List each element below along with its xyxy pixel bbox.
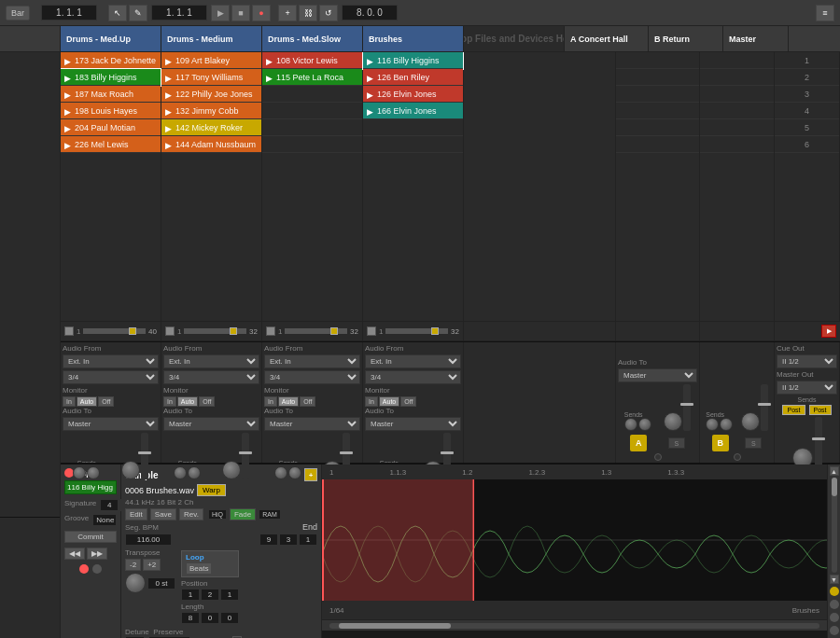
clip-slot[interactable]	[616, 69, 699, 86]
waveform-canvas[interactable]	[322, 479, 827, 601]
monitor-off-4[interactable]: Off	[400, 396, 416, 407]
vol-thumb-1[interactable]	[129, 327, 136, 335]
return-b-badge[interactable]: B	[712, 435, 729, 451]
master-fader[interactable]	[815, 417, 822, 468]
monitor-auto-1[interactable]: Auto	[77, 396, 97, 407]
clip-slot[interactable]: ▶ 115 Pete La Roca	[262, 69, 362, 86]
gray-dot-2[interactable]	[830, 613, 839, 622]
clip-slot[interactable]	[700, 86, 774, 103]
return-b-volume-knob[interactable]	[741, 412, 760, 431]
mode-button[interactable]: Bar	[6, 6, 30, 21]
scene-slot[interactable]: 5	[775, 119, 839, 136]
track-header-drums-slow[interactable]: Drums - Med.Slow	[262, 26, 363, 51]
clip-slot[interactable]: ▶ 126 Elvin Jones	[363, 86, 463, 103]
clip-slot[interactable]	[616, 119, 699, 136]
ch3-fader-thumb[interactable]	[340, 451, 353, 454]
len-val-2[interactable]: 0	[201, 612, 219, 624]
clip-slot[interactable]: ▶ 126 Ben Riley	[363, 69, 463, 86]
warp-button[interactable]: Warp	[197, 484, 226, 496]
return-a-s-btn[interactable]: S	[668, 437, 685, 449]
track-header-drums-up[interactable]: Drums - Med.Up	[61, 26, 161, 51]
len-val-1[interactable]: 8	[181, 612, 200, 624]
return-a-fader-thumb[interactable]	[680, 403, 693, 406]
fade-button[interactable]: Fade	[230, 508, 256, 520]
master-fader-thumb[interactable]	[812, 437, 825, 440]
monitor-in-1[interactable]: In	[63, 396, 76, 407]
scene-slot[interactable]: 2	[775, 69, 839, 86]
scene-slot[interactable]: 3	[775, 86, 839, 103]
clip-slot[interactable]: ▶ 144 Adam Nussbaum	[161, 136, 261, 153]
return-b-s-btn[interactable]: S	[745, 437, 762, 449]
record-arm-btn[interactable]: ▶	[821, 325, 836, 338]
stop-button[interactable]: ■	[231, 5, 250, 21]
vol-thumb-2[interactable]	[230, 327, 237, 335]
cue-out-select[interactable]: II 1/2	[777, 354, 837, 368]
transpose-value[interactable]: 0 st	[147, 577, 175, 589]
track-header-drums-med[interactable]: Drums - Medium	[161, 26, 262, 51]
channel-select-4[interactable]: 3/4	[365, 370, 461, 384]
send-a-knob-b[interactable]	[706, 418, 719, 431]
transpose-knob[interactable]	[125, 573, 146, 593]
vertical-scrollbar-thumb[interactable]	[832, 478, 837, 496]
groove-value[interactable]: None	[92, 514, 117, 526]
waveform-scrollbar[interactable]	[322, 619, 827, 631]
clip-slot[interactable]	[616, 86, 699, 103]
clip-slot[interactable]: ▶ 132 Jimmy Cobb	[161, 103, 261, 119]
clip-slot[interactable]	[700, 136, 774, 153]
send-b-knob-b[interactable]	[720, 418, 733, 431]
monitor-off-1[interactable]: Off	[98, 396, 114, 407]
scene-slot[interactable]: 1	[775, 52, 839, 69]
vertical-scrollbar-track[interactable]	[832, 478, 837, 573]
clip-slot[interactable]: ▶ 142 Mickey Roker	[161, 119, 261, 136]
ch1-volume-knob[interactable]	[121, 461, 140, 479]
ch2-fader[interactable]	[242, 433, 249, 479]
arrow-tool[interactable]: ↖	[108, 5, 127, 21]
clip-slot[interactable]	[700, 103, 774, 119]
end-val-1[interactable]: 9	[259, 534, 278, 546]
monitor-in-3[interactable]: In	[264, 396, 277, 407]
vol-thumb-4[interactable]	[431, 327, 439, 335]
end-val-3[interactable]: 1	[299, 534, 317, 546]
audio-from-select-2[interactable]: Ext. In	[163, 354, 259, 368]
clip-slot[interactable]: ▶ 116 Billy Higgins	[363, 52, 463, 69]
orange-dot[interactable]	[830, 587, 839, 596]
len-val-3[interactable]: 0	[220, 612, 239, 624]
bpm-nudge-up[interactable]: +2	[143, 559, 161, 571]
clip-slot[interactable]: ▶ 187 Max Roach	[61, 86, 161, 103]
vol-toggle-4[interactable]	[367, 326, 376, 336]
pencil-tool[interactable]: ✎	[129, 5, 147, 21]
commit-button[interactable]: Commit	[64, 531, 117, 543]
audio-from-select-1[interactable]: Ext. In	[63, 354, 159, 368]
clip-slot[interactable]: ▶ 122 Philly Joe Jones	[161, 86, 261, 103]
scene-slot[interactable]: 6	[775, 136, 839, 153]
gray-dot-3[interactable]	[830, 626, 839, 635]
vol-slider-1[interactable]	[83, 328, 146, 334]
vol-slider-2[interactable]	[184, 328, 246, 334]
track-header-b-return[interactable]: B Return	[649, 26, 723, 51]
loop-beats[interactable]: Beats	[186, 562, 212, 575]
clip-slot[interactable]: ▶ 173 Jack De Johnette	[61, 52, 161, 69]
audio-to-select-2[interactable]: Master	[163, 417, 259, 431]
scene-slot[interactable]: 4	[775, 103, 839, 119]
vol-toggle-1[interactable]	[64, 326, 74, 336]
vol-thumb-3[interactable]	[330, 327, 338, 335]
clip-slot[interactable]: ▶ 198 Louis Hayes	[61, 103, 161, 119]
ch1-fader-thumb[interactable]	[138, 451, 151, 454]
clip-slot[interactable]: ▶ 109 Art Blakey	[161, 52, 261, 69]
clip-slot[interactable]	[700, 69, 774, 86]
end-val-2[interactable]: 3	[279, 534, 298, 546]
clip-slot[interactable]: ▶ 108 Victor Lewis	[262, 52, 362, 69]
clip-slot[interactable]	[262, 86, 362, 103]
audio-to-select-a[interactable]: Master	[618, 368, 697, 382]
bpm-nudge-down[interactable]: -2	[125, 559, 141, 571]
edit-btn[interactable]: Edit	[125, 508, 147, 520]
monitor-in-2[interactable]: In	[163, 396, 176, 407]
ch1-fader[interactable]	[141, 433, 148, 479]
clip-slot[interactable]	[262, 119, 362, 136]
scrollbar-track[interactable]	[329, 623, 819, 629]
clip-slot[interactable]: ▶ 204 Paul Motian	[61, 119, 161, 136]
clip-slot[interactable]	[700, 52, 774, 69]
return-a-volume-knob[interactable]	[664, 412, 682, 431]
record-button[interactable]: ●	[252, 5, 271, 21]
vol-toggle-2[interactable]	[165, 326, 175, 336]
